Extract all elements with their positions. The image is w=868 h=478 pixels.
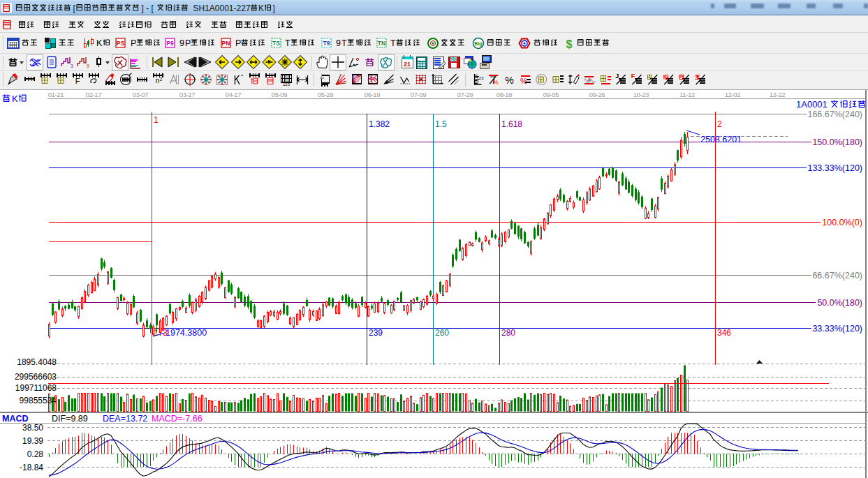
svg-text:]: ] [273,3,275,13]
svg-text:T: T [390,38,396,48]
svg-text:1A0001: 1A0001 [796,99,827,110]
svg-text:n: n [156,77,160,84]
svg-text:9: 9 [87,64,89,68]
svg-text:21: 21 [404,61,411,68]
svg-text:123: 123 [283,82,290,87]
svg-text:PS: PS [117,40,125,47]
svg-text:50.0%(180): 50.0%(180) [817,298,862,308]
svg-text:DEA=13.72: DEA=13.72 [103,414,147,424]
svg-text:01-21: 01-21 [48,91,64,98]
svg-text:DIF=9.89: DIF=9.89 [52,414,88,424]
svg-text:100.0%(0): 100.0%(0) [822,218,862,227]
svg-text:09-26: 09-26 [589,91,605,98]
svg-text:1974.3800: 1974.3800 [165,328,207,338]
svg-text:09-05: 09-05 [543,91,559,98]
svg-text:04-17: 04-17 [226,91,241,98]
svg-text:12-02: 12-02 [725,91,740,98]
svg-text:TN: TN [378,40,385,47]
svg-text:9: 9 [336,38,341,48]
svg-text:2: 2 [160,77,163,82]
svg-text:66.67%(240): 66.67%(240) [812,271,862,281]
svg-text:%: % [493,79,499,86]
svg-text:06-19: 06-19 [365,91,380,98]
svg-text:150.0%(180): 150.0%(180) [812,137,862,147]
svg-text:11-12: 11-12 [679,91,695,98]
svg-text:F: F [75,77,80,85]
svg-text:] - [: ] - [ [142,3,154,13]
svg-text:MACD=-7.66: MACD=-7.66 [152,414,203,424]
svg-text:P: P [131,38,136,48]
svg-text:2508.6201: 2508.6201 [700,135,742,144]
svg-text:166.67%(240): 166.67%(240) [807,110,862,119]
svg-text:05-09: 05-09 [272,91,287,98]
svg-text:$: $ [566,38,573,50]
svg-text:T9: T9 [323,40,330,47]
svg-text:A: A [587,77,591,83]
svg-text:K: K [12,94,18,104]
svg-text:Big: Big [474,41,482,47]
svg-text:99855534: 99855534 [20,396,57,405]
svg-text:0.28: 0.28 [27,449,44,459]
svg-text:299566603: 299566603 [15,372,57,382]
svg-text:1.5: 1.5 [435,119,447,129]
svg-text:346: 346 [717,328,731,338]
svg-text:280: 280 [501,328,515,338]
svg-text:2: 2 [717,119,722,129]
svg-text:133.33%(120): 133.33%(120) [807,163,862,173]
svg-text:123: 123 [476,76,484,80]
svg-text:10-23: 10-23 [633,91,649,98]
svg-text:07-29: 07-29 [457,91,473,98]
svg-text:12-22: 12-22 [770,91,785,98]
svg-text:19.39: 19.39 [22,436,43,446]
svg-text:": " [241,73,243,80]
svg-text:P: P [235,38,241,48]
svg-text:05-29: 05-29 [318,91,333,98]
svg-text:T: T [285,38,290,48]
svg-text:03-27: 03-27 [179,91,195,98]
svg-text:260: 260 [435,328,449,338]
svg-text:9: 9 [179,38,184,48]
svg-text:239: 239 [369,328,383,338]
svg-text:-18.84: -18.84 [20,463,43,472]
svg-text:199711068: 199711068 [15,383,57,393]
svg-text:SH1A0001-227: SH1A0001-227 [193,3,251,13]
svg-text:PN: PN [222,40,230,47]
svg-text:K: K [258,3,264,13]
svg-text:3: 3 [71,64,73,68]
svg-text:P: P [185,38,191,48]
svg-text:%: % [505,75,513,86]
svg-text:08-18: 08-18 [496,91,512,98]
svg-text:1: 1 [154,115,159,125]
svg-text:02-17: 02-17 [86,91,101,98]
svg-text:1895.4048: 1895.4048 [17,357,57,367]
svg-text:TS: TS [272,40,280,47]
svg-text:P9: P9 [166,40,174,47]
svg-text:03-07: 03-07 [133,91,148,98]
svg-text:33.33%(120): 33.33%(120) [812,324,862,334]
svg-text:%: % [520,77,527,85]
svg-text:K: K [96,38,103,48]
svg-text:38.50: 38.50 [22,423,43,433]
svg-text:07-09: 07-09 [411,91,426,98]
svg-text:F: F [631,73,635,80]
svg-text:T: T [341,38,347,48]
svg-text:1.382: 1.382 [369,119,390,129]
svg-text:1.618: 1.618 [501,119,522,129]
svg-text:J: J [615,73,619,80]
